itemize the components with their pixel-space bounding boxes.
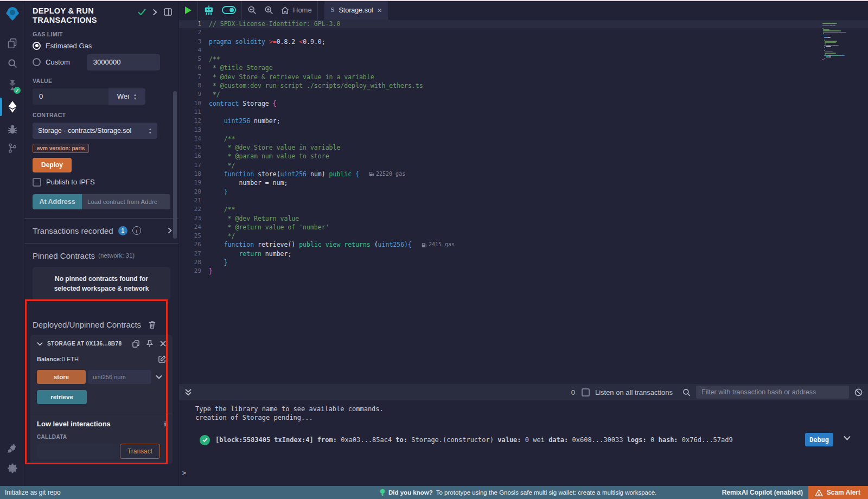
- minimap-token: [825, 53, 836, 54]
- code-line[interactable]: 26 function retrieve() public view retur…: [179, 240, 868, 249]
- warning-icon: [815, 489, 823, 496]
- code-line[interactable]: 10contract Storage {: [179, 99, 868, 108]
- split-view-icon[interactable]: [164, 8, 172, 16]
- minimap-token: [826, 46, 831, 47]
- value-unit-select[interactable]: Wei ▲▼: [108, 88, 145, 105]
- code-line[interactable]: 27 return number;: [179, 250, 868, 258]
- publish-ipfs-option[interactable]: Publish to IPFS: [33, 178, 170, 187]
- retrieve-function-button[interactable]: retrieve: [37, 390, 87, 404]
- chevron-down-icon[interactable]: [37, 342, 43, 346]
- code-line[interactable]: 5/**: [179, 55, 868, 63]
- sidebar-item-deploy-run[interactable]: [0, 97, 24, 117]
- edit-icon[interactable]: [158, 355, 166, 363]
- scam-alert-badge[interactable]: Scam Alert: [808, 486, 868, 499]
- info-icon[interactable]: i: [132, 226, 141, 235]
- terminal-collapse-icon[interactable]: [184, 388, 192, 396]
- code-line[interactable]: 24 * @return value of 'number': [179, 223, 868, 232]
- code-line[interactable]: 12 uint256 number;: [179, 117, 868, 125]
- chevron-down-icon[interactable]: [156, 375, 162, 379]
- editor-minimap[interactable]: [822, 23, 861, 60]
- pin-icon[interactable]: [146, 340, 153, 348]
- zoom-in-icon[interactable]: [264, 5, 273, 15]
- code-line[interactable]: 18 function store(uint256 num) public {2…: [179, 170, 868, 178]
- code-editor[interactable]: 1// SPDX-License-Identifier: GPL-3.023pr…: [179, 20, 868, 384]
- run-script-icon[interactable]: [184, 6, 192, 15]
- tab-close-icon[interactable]: ×: [378, 6, 382, 15]
- value-input[interactable]: [33, 88, 108, 105]
- code-line[interactable]: 19 number = num;: [179, 178, 868, 187]
- code-line[interactable]: 16 * @param num value to store: [179, 152, 868, 161]
- sidebar-item-plugin-manager[interactable]: [0, 438, 24, 459]
- publish-ipfs-checkbox[interactable]: [33, 178, 41, 187]
- code-line[interactable]: 23 * @dev Return value: [179, 214, 868, 223]
- contract-instance-title[interactable]: STORAGE AT 0X136...8B78: [47, 341, 122, 347]
- panel-scrollbar[interactable]: [173, 91, 177, 239]
- code-line[interactable]: 25 */: [179, 232, 868, 240]
- store-arg-input[interactable]: [88, 370, 151, 384]
- code-token: num): [307, 170, 329, 178]
- code-line[interactable]: 8 * @custom:dev-run-script ./scripts/dep…: [179, 81, 868, 90]
- copilot-toggle-icon[interactable]: [222, 6, 236, 14]
- code-line[interactable]: 4: [179, 46, 868, 55]
- home-tab[interactable]: Home: [281, 6, 312, 14]
- chevron-right-icon[interactable]: [152, 9, 157, 16]
- chevron-down-icon[interactable]: [844, 436, 851, 440]
- contract-select[interactable]: Storage - contracts/Storage.sol ▲▼: [33, 123, 157, 139]
- zoom-out-icon[interactable]: [247, 5, 257, 15]
- custom-gas-radio[interactable]: [33, 58, 41, 66]
- trash-icon[interactable]: [149, 321, 156, 329]
- code-line[interactable]: 11: [179, 108, 868, 117]
- sidebar-item-git[interactable]: [0, 138, 24, 158]
- code-line[interactable]: 22 /**: [179, 205, 868, 214]
- code-line[interactable]: 28 }: [179, 258, 868, 267]
- code-line[interactable]: 7 * @dev Store & retrieve value in a var…: [179, 73, 868, 81]
- terminal[interactable]: Type the library name to see available c…: [179, 400, 868, 486]
- custom-gas-option[interactable]: Custom: [33, 54, 170, 71]
- estimated-gas-option[interactable]: Estimated Gas: [33, 42, 170, 50]
- terminal-filter-input[interactable]: [696, 386, 849, 399]
- deploy-button[interactable]: Deploy: [33, 158, 72, 172]
- tab-storage-sol[interactable]: S Storage.sol ×: [324, 1, 389, 20]
- debug-button[interactable]: Debug: [805, 433, 833, 446]
- copy-icon[interactable]: [132, 340, 139, 348]
- ban-icon[interactable]: [854, 388, 863, 396]
- robot-ai-icon[interactable]: [203, 5, 214, 15]
- code-line[interactable]: 6 * @title Storage: [179, 63, 868, 72]
- calldata-input[interactable]: [37, 444, 117, 459]
- transact-button[interactable]: Transact: [120, 444, 160, 459]
- git-init-status[interactable]: Initialize as git repo: [0, 489, 61, 496]
- at-address-button[interactable]: At Address: [33, 194, 82, 209]
- estimated-gas-radio[interactable]: [33, 42, 41, 50]
- minimap-token: [825, 52, 833, 53]
- transaction-log-row[interactable]: [block:5583405 txIndex:4] from: 0xa03...…: [179, 431, 868, 449]
- code-token: uint256: [209, 117, 250, 125]
- close-icon[interactable]: [160, 341, 166, 347]
- code-line[interactable]: 13: [179, 126, 868, 135]
- code-line[interactable]: 1// SPDX-License-Identifier: GPL-3.0: [179, 20, 868, 28]
- store-function-button[interactable]: store: [37, 370, 86, 384]
- remix-logo[interactable]: [0, 3, 24, 25]
- code-line[interactable]: 29}: [179, 267, 868, 276]
- sidebar-item-search[interactable]: [0, 53, 24, 74]
- listen-all-checkbox[interactable]: [582, 388, 590, 396]
- code-line[interactable]: 20 }: [179, 188, 868, 196]
- code-line[interactable]: 9 */: [179, 90, 868, 99]
- transactions-recorded-row[interactable]: Transactions recorded 1 i: [24, 219, 178, 243]
- code-line[interactable]: 3pragma solidity >=0.8.2 <0.9.0;: [179, 37, 868, 46]
- sidebar-item-debugger[interactable]: [0, 119, 24, 140]
- sidebar-item-file-explorer[interactable]: [0, 33, 24, 53]
- code-line[interactable]: 15 * @dev Store value in variable: [179, 143, 868, 152]
- info-icon[interactable]: i: [164, 420, 166, 428]
- terminal-prompt[interactable]: >: [182, 469, 186, 477]
- code-line[interactable]: 17 */: [179, 161, 868, 170]
- code-line[interactable]: 2: [179, 28, 868, 37]
- custom-gas-input[interactable]: [87, 54, 160, 71]
- copilot-status[interactable]: RemixAI Copilot (enabled): [722, 489, 803, 496]
- code-line[interactable]: 14 /**: [179, 135, 868, 143]
- sidebar-item-settings[interactable]: [0, 458, 24, 478]
- code-line[interactable]: 21: [179, 196, 868, 205]
- sidebar-item-solidity-compiler[interactable]: ✓: [0, 75, 24, 95]
- chevron-right-icon[interactable]: [168, 227, 172, 234]
- minimap-token: [826, 35, 828, 36]
- at-address-input[interactable]: [82, 194, 170, 209]
